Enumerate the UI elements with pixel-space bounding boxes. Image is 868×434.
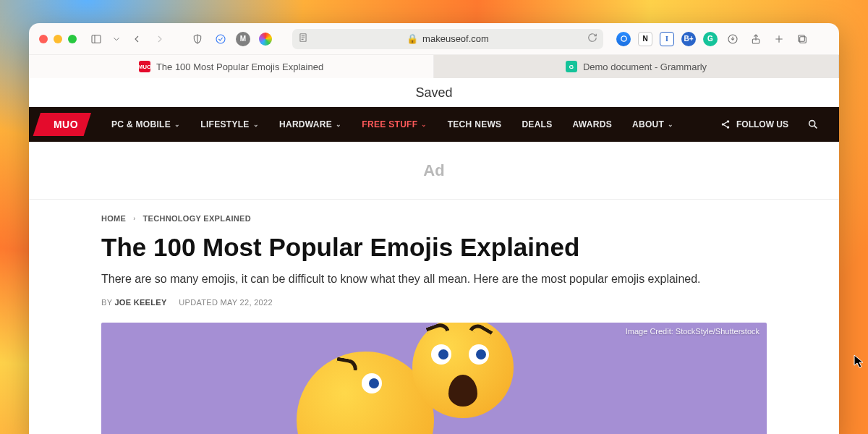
- chevron-right-icon: ›: [133, 215, 135, 222]
- tab-label: The 100 Most Popular Emojis Explained: [156, 61, 323, 72]
- nav-lifestyle[interactable]: LIFESTYLE⌄: [192, 119, 268, 129]
- address-text: makeuseof.com: [422, 33, 489, 44]
- article-title: The 100 Most Popular Emojis Explained: [101, 233, 767, 262]
- breadcrumb: HOME › TECHNOLOGY EXPLAINED: [101, 214, 767, 223]
- search-button[interactable]: [799, 119, 827, 130]
- tab-grammarly[interactable]: G Demo document - Grammarly: [434, 55, 839, 78]
- svg-point-17: [727, 126, 730, 129]
- onepassword-extension-icon[interactable]: [616, 32, 631, 46]
- nav-pc-mobile[interactable]: PC & MOBILE⌄: [103, 119, 189, 129]
- medium-extension-icon[interactable]: M: [236, 32, 250, 46]
- svg-point-3: [216, 35, 225, 43]
- reload-button[interactable]: [587, 33, 597, 45]
- article-meta: BY JOE KEELEY UPDATED MAY 22, 2022: [101, 298, 767, 307]
- forward-button[interactable]: [152, 31, 168, 47]
- muo-favicon-icon: MUO: [139, 61, 150, 72]
- nav-about[interactable]: ABOUT⌄: [624, 119, 682, 129]
- maximize-window-button[interactable]: [68, 35, 77, 43]
- chevron-down-icon: ⌄: [421, 121, 427, 128]
- address-bar[interactable]: 🔒 makeuseof.com: [292, 29, 603, 49]
- svg-rect-14: [799, 35, 805, 41]
- reader-mode-icon[interactable]: [298, 33, 308, 45]
- extension-icon[interactable]: B+: [681, 32, 696, 46]
- share-button[interactable]: [748, 31, 764, 47]
- instapaper-extension-icon[interactable]: I: [660, 32, 674, 46]
- nav-deals[interactable]: DEALS: [513, 119, 561, 129]
- tab-overview-button[interactable]: [794, 31, 810, 47]
- share-icon: [720, 119, 731, 129]
- chevron-down-icon: ⌄: [668, 121, 673, 128]
- sidebar-toggle-button[interactable]: [88, 31, 104, 47]
- article-lede: There are so many emojis, it can be diff…: [101, 271, 767, 288]
- extensions-group: N I B+ G: [616, 32, 718, 46]
- breadcrumb-category[interactable]: TECHNOLOGY EXPLAINED: [143, 214, 251, 223]
- minimize-window-button[interactable]: [54, 35, 62, 43]
- lock-icon: 🔒: [407, 33, 418, 44]
- close-window-button[interactable]: [39, 35, 48, 43]
- grammarly-favicon-icon: G: [566, 61, 577, 72]
- nav-tech-news[interactable]: TECH NEWS: [439, 119, 511, 129]
- svg-point-18: [809, 121, 815, 127]
- nav-hardware[interactable]: HARDWARE⌄: [271, 119, 350, 129]
- window-controls: [39, 35, 77, 43]
- tab-group-dropdown[interactable]: [111, 31, 122, 47]
- image-credit: Image Credit: StockStyle/Shutterstock: [626, 327, 760, 336]
- color-extension-icon[interactable]: [258, 31, 273, 47]
- grammarly-extension-icon[interactable]: G: [703, 32, 718, 46]
- saved-banner: Saved: [29, 78, 839, 107]
- svg-point-8: [621, 36, 626, 41]
- tab-strip: MUO The 100 Most Popular Emojis Explaine…: [29, 55, 839, 78]
- notion-extension-icon[interactable]: N: [638, 32, 652, 46]
- chevron-down-icon: ⌄: [253, 121, 259, 128]
- browser-titlebar: M 🔒 makeuseof.com N I B+ G: [29, 23, 839, 55]
- browser-window: M 🔒 makeuseof.com N I B+ G MUO The 100 M…: [29, 23, 839, 434]
- svg-point-15: [727, 120, 730, 123]
- svg-rect-0: [92, 35, 101, 43]
- search-icon: [807, 119, 819, 130]
- chevron-down-icon: ⌄: [174, 121, 180, 128]
- site-logo[interactable]: MUO: [41, 113, 91, 136]
- privacy-shield-icon[interactable]: [190, 31, 205, 47]
- site-navbar: MUO PC & MOBILE⌄ LIFESTYLE⌄ HARDWARE⌄ FR…: [29, 107, 839, 142]
- nav-awards[interactable]: AWARDS: [564, 119, 621, 129]
- ad-placeholder: Ad: [29, 142, 839, 200]
- task-extension-icon[interactable]: [213, 31, 229, 47]
- tab-label: Demo document - Grammarly: [583, 61, 707, 72]
- page-content[interactable]: Saved MUO PC & MOBILE⌄ LIFESTYLE⌄ HARDWA…: [29, 78, 839, 434]
- nav-free-stuff[interactable]: FREE STUFF⌄: [353, 119, 435, 129]
- chevron-down-icon: ⌄: [336, 121, 341, 128]
- new-tab-button[interactable]: [771, 31, 787, 47]
- article-body: HOME › TECHNOLOGY EXPLAINED The 100 Most…: [29, 200, 839, 434]
- svg-point-16: [722, 123, 725, 126]
- emoji-illustration: [412, 323, 514, 418]
- svg-line-19: [814, 126, 817, 129]
- author-link[interactable]: JOE KEELEY: [114, 298, 166, 307]
- breadcrumb-home[interactable]: HOME: [101, 214, 126, 223]
- back-button[interactable]: [129, 31, 145, 47]
- tab-makeuseof[interactable]: MUO The 100 Most Popular Emojis Explaine…: [29, 55, 434, 78]
- follow-us-button[interactable]: FOLLOW US: [713, 119, 796, 129]
- downloads-button[interactable]: [725, 31, 741, 47]
- svg-rect-13: [800, 36, 807, 43]
- hero-image: Image Credit: StockStyle/Shutterstock: [101, 323, 767, 434]
